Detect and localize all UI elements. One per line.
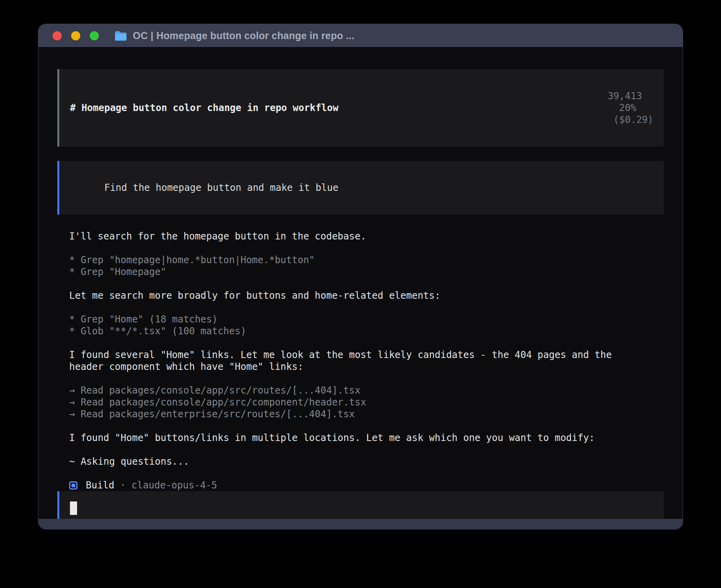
- tool-call-row: *Grep "Homepage": [69, 266, 646, 278]
- conversation: I'll search for the homepage button in t…: [69, 230, 646, 491]
- close-window-button[interactable]: [53, 31, 62, 40]
- tool-call-text: Read packages/enterprise/src/routes/[...…: [81, 408, 355, 420]
- session-title: # Homepage button color change in repo w…: [70, 102, 338, 114]
- asking-status-line: ~ Asking questions...: [69, 456, 646, 467]
- tool-call-row: →Read packages/console/app/src/component…: [69, 396, 646, 408]
- tool-call-text: Read packages/console/app/src/routes/[..…: [81, 384, 360, 396]
- tool-call-row: →Read packages/enterprise/src/routes/[..…: [69, 408, 646, 420]
- context-percent: 20%: [619, 102, 636, 113]
- folder-icon: [115, 31, 127, 41]
- dot-separator: ·: [120, 479, 126, 491]
- zoom-window-button[interactable]: [90, 31, 99, 40]
- tool-call-text: Read packages/console/app/src/component/…: [81, 396, 366, 408]
- read-arrow-icon: →: [69, 384, 75, 396]
- window-title: OC | Homepage button color change in rep…: [133, 30, 354, 41]
- tool-call-text: Grep "homepage|home.*button|Home.*button…: [81, 254, 315, 266]
- terminal-content: # Homepage button color change in repo w…: [38, 47, 683, 519]
- tool-marker-icon: *: [69, 325, 75, 337]
- window-titlebar[interactable]: OC | Homepage button color change in rep…: [38, 24, 683, 47]
- tool-marker-icon: *: [69, 254, 75, 266]
- tool-marker-icon: *: [69, 266, 75, 278]
- read-arrow-icon: →: [69, 396, 75, 408]
- tool-call-row: *Grep "homepage|home.*button|Home.*butto…: [69, 254, 646, 266]
- minimize-window-button[interactable]: [71, 31, 80, 40]
- tool-call-row: *Grep "Home" (18 matches): [69, 313, 646, 325]
- agent-task-model: claude-opus-4-5: [132, 479, 217, 491]
- tool-call-group: *Grep "Home" (18 matches) *Glob "**/*.ts…: [69, 313, 646, 337]
- tool-call-group: →Read packages/console/app/src/routes/[.…: [69, 384, 646, 420]
- text-cursor: [70, 501, 77, 515]
- assistant-text: I found several "Home" links. Let me loo…: [69, 349, 646, 373]
- session-stats: 39,413 20% ($0.29): [562, 78, 653, 138]
- prompt-input[interactable]: Build Claude Opus 4.5 OpenCode Zen: [57, 491, 664, 519]
- tool-marker-icon: *: [69, 313, 75, 325]
- assistant-text: I found "Home" buttons/links in multiple…: [69, 432, 646, 444]
- user-message-text: Find the homepage button and make it blu…: [104, 182, 338, 193]
- session-header: # Homepage button color change in repo w…: [57, 69, 664, 147]
- tool-call-row: →Read packages/console/app/src/routes/[.…: [69, 384, 646, 396]
- tool-call-row: *Glob "**/*.tsx" (100 matches): [69, 325, 646, 337]
- user-message: Find the homepage button and make it blu…: [57, 161, 664, 215]
- session-cost: ($0.29): [613, 114, 653, 125]
- agent-task-row: Build · claude-opus-4-5: [69, 479, 646, 491]
- agent-task-icon: [69, 481, 77, 490]
- tool-call-text: Grep "Home" (18 matches): [81, 313, 218, 325]
- terminal-window: OC | Homepage button color change in rep…: [38, 24, 683, 530]
- read-arrow-icon: →: [69, 408, 75, 420]
- tool-call-group: *Grep "homepage|home.*button|Home.*butto…: [69, 254, 646, 278]
- window-footer: [38, 519, 683, 529]
- tool-call-text: Grep "Homepage": [81, 266, 166, 278]
- agent-task-name: Build: [86, 479, 114, 491]
- assistant-text: I'll search for the homepage button in t…: [69, 230, 646, 242]
- assistant-text: Let me search more broadly for buttons a…: [69, 290, 646, 302]
- tool-call-text: Glob "**/*.tsx" (100 matches): [81, 325, 246, 337]
- token-count: 39,413: [608, 90, 642, 102]
